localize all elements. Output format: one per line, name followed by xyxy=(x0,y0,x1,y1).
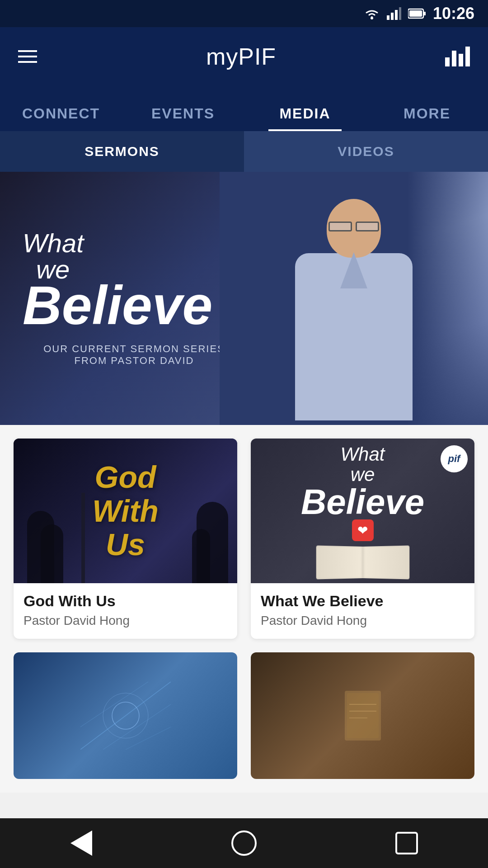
sub-tab-sermons[interactable]: SERMONS xyxy=(0,131,244,172)
status-bar: 10:26 xyxy=(0,0,488,27)
main-navigation: CONNECT EVENTS MEDIA MORE xyxy=(0,86,488,131)
sermon-grid-bottom xyxy=(14,652,474,779)
sermon-pastor-what-we-believe: Pastor David Hong xyxy=(261,613,465,628)
svg-rect-6 xyxy=(423,12,426,15)
thumb-4-design xyxy=(318,682,408,750)
home-button[interactable] xyxy=(228,827,260,859)
svg-rect-2 xyxy=(391,13,394,20)
svg-point-0 xyxy=(371,17,373,19)
sermon-title-what-we-believe: What We Believe xyxy=(261,592,465,610)
thumb-3-design xyxy=(80,682,171,750)
thumbnail-what-we-believe: pif What we Believe ❤ xyxy=(251,439,474,583)
hero-subtitle: OUR CURRENT SERMON SERIES FROM PASTOR DA… xyxy=(23,343,246,367)
recent-apps-icon xyxy=(395,832,418,854)
sermon-card-god-with-us[interactable]: GodWithUs God With Us Pastor David Hong xyxy=(14,439,237,639)
bottom-navigation xyxy=(0,818,488,868)
status-time: 10:26 xyxy=(433,4,474,23)
nav-tab-more[interactable]: MORE xyxy=(366,96,488,131)
thumbnail-3 xyxy=(14,652,237,779)
thumbnail-4 xyxy=(251,652,474,779)
wwb-book-section: ❤ xyxy=(318,528,408,578)
sermon-info-what-we-believe: What We Believe Pastor David Hong xyxy=(251,583,474,639)
hero-person-image xyxy=(220,172,488,425)
content-area: GodWithUs God With Us Pastor David Hong … xyxy=(0,425,488,793)
svg-rect-7 xyxy=(409,10,422,17)
wifi-icon xyxy=(364,7,380,20)
sermon-card-3[interactable] xyxy=(14,652,237,779)
sermon-pastor-god-with-us: Pastor David Hong xyxy=(23,613,227,628)
nav-tab-media[interactable]: MEDIA xyxy=(244,96,366,131)
nav-tab-events[interactable]: EVENTS xyxy=(122,96,244,131)
wwb-heart-icon: ❤ xyxy=(352,519,374,541)
signal-icon xyxy=(387,7,401,20)
hero-banner[interactable]: What we Believe OUR CURRENT SERMON SERIE… xyxy=(0,172,488,425)
sermon-info-god-with-us: God With Us Pastor David Hong xyxy=(14,583,237,639)
nav-tab-connect[interactable]: CONNECT xyxy=(0,96,122,131)
wwb-badge: pif xyxy=(441,445,468,472)
svg-rect-4 xyxy=(399,7,401,20)
sermon-grid: GodWithUs God With Us Pastor David Hong … xyxy=(14,439,474,639)
hamburger-menu-button[interactable] xyxy=(18,50,37,63)
gwu-title-text: GodWithUs xyxy=(92,460,159,561)
battery-icon xyxy=(408,8,426,19)
back-button[interactable] xyxy=(66,827,97,859)
sermon-title-god-with-us: God With Us xyxy=(23,592,227,610)
thumbnail-god-with-us: GodWithUs xyxy=(14,439,237,583)
wwb-book xyxy=(318,542,408,578)
svg-rect-1 xyxy=(387,15,389,20)
svg-line-11 xyxy=(126,727,171,750)
svg-rect-15 xyxy=(347,693,379,738)
home-icon xyxy=(231,830,257,856)
sub-tab-videos[interactable]: VIDEOS xyxy=(244,131,488,172)
recent-apps-button[interactable] xyxy=(391,827,422,859)
status-icons: 10:26 xyxy=(364,4,474,23)
app-header: myPIF xyxy=(0,27,488,86)
back-icon xyxy=(70,830,92,856)
sub-navigation: SERMONS VIDEOS xyxy=(0,131,488,172)
hero-title-believe: Believe xyxy=(23,278,246,332)
sermon-card-4[interactable] xyxy=(251,652,474,779)
sermon-card-what-we-believe[interactable]: pif What we Believe ❤ xyxy=(251,439,474,639)
chart-icon[interactable] xyxy=(445,47,470,66)
app-title: myPIF xyxy=(206,43,276,70)
wwb-title-text: What we Believe xyxy=(301,443,424,519)
svg-line-8 xyxy=(80,682,171,750)
hero-title-what: What xyxy=(23,230,246,256)
svg-rect-3 xyxy=(395,10,398,20)
